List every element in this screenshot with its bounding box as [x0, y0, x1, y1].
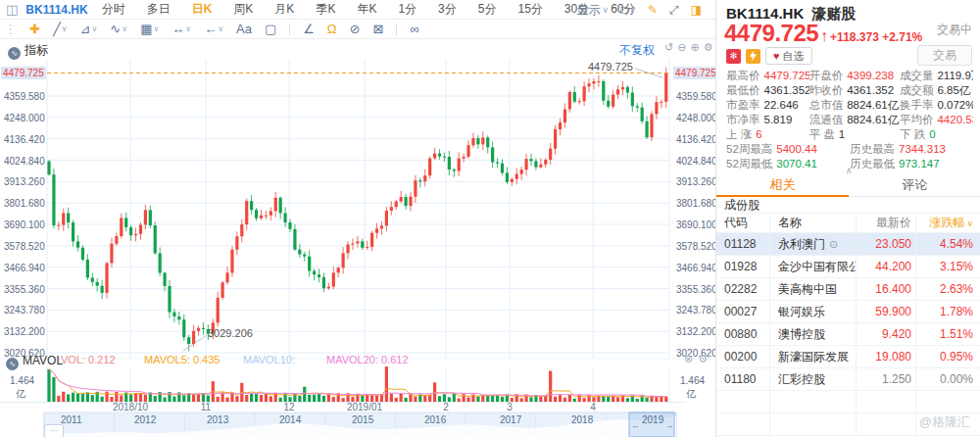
text-tool-icon[interactable]: Aa	[236, 20, 252, 39]
quote-badges: ✻ ♥自选	[726, 47, 812, 65]
header-price[interactable]: 最新价	[857, 214, 916, 232]
toolbar-symbol[interactable]: BK1114.HK	[25, 3, 87, 17]
stock-row-00200[interactable]: 00200新濠国际发展19.0800.95%	[716, 346, 980, 368]
stock-row-01180[interactable]: 01180汇彩控股1.2500.00%	[716, 368, 980, 391]
undo-icon[interactable]: ↺	[664, 41, 673, 54]
period-tab-日K[interactable]: 日K	[192, 1, 213, 18]
crosshair-tool-icon[interactable]: ✚	[29, 20, 40, 39]
header-code[interactable]: 代码	[716, 214, 770, 232]
stat-label: 总市值	[809, 98, 844, 113]
draw-icon[interactable]: ✎	[648, 3, 658, 17]
stock-row-01928[interactable]: 01928金沙中国有限公司44.2003.15%	[716, 256, 980, 278]
toolbar-right-controls: 显示∨□∨✎⤢◨	[577, 0, 702, 20]
stat-平 盘: 平 盘1	[809, 127, 900, 142]
stock-row-02282[interactable]: 02282美高梅中国16.4002.63%	[716, 278, 980, 301]
stat-label: 市盈率	[726, 98, 760, 113]
table-header-row: 代码名称最新价涨跌幅∨	[716, 214, 980, 233]
stat-市盈率: 市盈率22.646	[726, 98, 809, 113]
zoom-out-icon[interactable]: ⊖	[677, 41, 686, 54]
display-dropdown[interactable]: 显示∨	[577, 2, 610, 19]
header-pct[interactable]: 涨跌幅∨	[916, 214, 980, 232]
stock-row-00027[interactable]: 00027银河娱乐59.9001.78%	[716, 301, 980, 323]
caret-down-icon: ∨	[218, 20, 223, 39]
angle-tool-icon[interactable]: ∠	[303, 20, 315, 39]
stock-code: 01180	[716, 368, 770, 390]
close-indicator-icon[interactable]: ⊗	[684, 353, 693, 365]
stock-price: 1.250	[857, 368, 916, 390]
collapse-stats-button[interactable]: ∧	[716, 167, 980, 174]
stock-row-01128[interactable]: 01128永利澳门⊙23.0504.54%	[716, 233, 980, 256]
panel-tab-相关[interactable]: 相关	[716, 176, 849, 196]
channel-tool-icon[interactable]: ⊿∨	[80, 20, 98, 39]
stat-value: 5.819	[764, 113, 793, 127]
period-tab-15分[interactable]: 15分	[517, 1, 542, 18]
delete-drawings-icon[interactable]: ⊠	[372, 20, 383, 39]
period-tab-5分[interactable]: 5分	[478, 1, 497, 18]
watching-eye-icon: ⊙	[829, 233, 838, 255]
stock-code: 01928	[716, 256, 770, 277]
fullscreen-icon[interactable]: ⤢	[669, 3, 679, 17]
stat-总市值: 总市值8824.61亿	[809, 98, 900, 113]
stock-row-00880[interactable]: 00880澳博控股9.4201.51%	[716, 323, 980, 346]
header-name[interactable]: 名称	[770, 214, 857, 232]
stat-开盘价: 开盘价4399.238	[809, 69, 900, 83]
stat-label: 平均价	[900, 113, 934, 127]
period-tab-1分[interactable]: 1分	[398, 1, 416, 18]
period-tab-多日[interactable]: 多日	[147, 1, 171, 18]
stat-value: 6	[756, 127, 761, 142]
period-tab-季K[interactable]: 季K	[316, 1, 335, 18]
heart-icon: ♥	[773, 48, 780, 64]
link-tool-icon[interactable]: ∞	[410, 20, 418, 39]
quote-panel: BK1114.HK濠赌股 交易中 4479.725 ↑ +118.373 +2.…	[715, 0, 980, 437]
caret-down-icon: ∨	[629, 5, 636, 15]
pattern-tool-icon[interactable]: ▦∨	[140, 20, 159, 39]
period-tab-年K[interactable]: 年K	[357, 1, 376, 18]
fullscreen-icon-glyph: ⤢	[669, 3, 679, 17]
arrow-tool-icon[interactable]: ←∨	[204, 20, 223, 39]
stock-pct: 4.54%	[916, 233, 980, 255]
stat-流通值: 流通值8824.61亿	[809, 113, 900, 127]
adjust-mode-button[interactable]: 不复权	[619, 42, 655, 59]
comment-tool-icon[interactable]: ▢	[265, 20, 276, 39]
window-layout-icon[interactable]: ◫	[6, 2, 18, 17]
pattern-tool-icon-glyph: ▦	[140, 20, 152, 39]
period-tab-月K[interactable]: 月K	[274, 1, 294, 18]
add-watchlist-button[interactable]: ♥自选	[765, 47, 812, 65]
indicator-button[interactable]: ∿指标	[8, 42, 48, 60]
measure-tool-icon[interactable]: ↔∨	[172, 20, 191, 39]
trendline-tool-icon-glyph: ╱	[53, 20, 61, 39]
stat-row: 市盈率22.646总市值8824.61亿换手率0.072%	[726, 98, 973, 113]
mavol-indicator-button[interactable]: ∿MAVOL	[6, 354, 63, 370]
main-chart-canvas[interactable]	[0, 0, 715, 437]
stock-pct: 2.63%	[916, 278, 980, 300]
stat-成交量: 成交量2119.9万	[900, 69, 973, 83]
stat-市净率: 市净率5.819	[726, 113, 809, 127]
panel-tabs: 相关评论	[716, 176, 980, 197]
chart-header: ∿指标 不复权 ↺⊖⊕⚙	[0, 39, 715, 59]
zoom-in-icon[interactable]: ⊕	[690, 41, 699, 54]
stock-price: 19.080	[857, 346, 916, 367]
wave-tool-icon[interactable]: ∿∨	[110, 20, 127, 39]
last-price: 4479.725	[724, 20, 818, 47]
drag-handle-icon[interactable]: ⋮	[4, 20, 17, 39]
period-tab-分时[interactable]: 分时	[102, 1, 125, 18]
stat-value: 4361.352	[764, 83, 809, 98]
stat-value: 8824.61亿	[847, 113, 899, 127]
stock-pct: 1.51%	[916, 323, 980, 345]
drag-handle-icon-glyph: ⋮	[4, 20, 17, 39]
chart-settings-icon[interactable]: ⚙	[704, 41, 713, 54]
toolbar-divider	[289, 24, 290, 35]
trendline-tool-icon[interactable]: ╱∨	[53, 20, 68, 39]
period-tab-3分[interactable]: 3分	[438, 1, 457, 18]
price-change: +118.373 +2.71%	[830, 30, 922, 44]
panel-tab-评论[interactable]: 评论	[849, 176, 980, 196]
up-arrow-icon: ↑	[820, 27, 828, 45]
trade-button[interactable]: 交易	[917, 45, 972, 66]
panel-toggle-icon[interactable]: ◨	[691, 3, 702, 17]
indicator-settings-icon[interactable]: ⚙	[698, 353, 708, 365]
chart-style-dropdown[interactable]: □∨	[620, 3, 636, 17]
angle-tool-icon-glyph: ∠	[303, 20, 315, 39]
hide-drawings-icon[interactable]: ⊘	[350, 20, 361, 39]
magnet-tool-icon[interactable]: Ω	[327, 20, 337, 39]
period-tab-周K[interactable]: 周K	[233, 1, 253, 18]
